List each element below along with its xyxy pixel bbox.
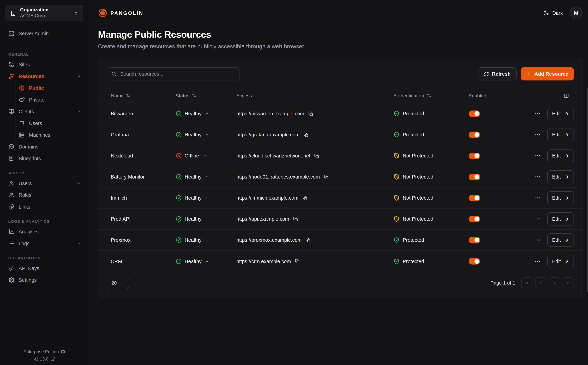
copy-url-button[interactable]: [324, 174, 329, 179]
edit-label: Edit: [552, 216, 561, 222]
enabled-toggle[interactable]: [469, 216, 480, 222]
row-menu-button[interactable]: [534, 258, 541, 264]
sidebar-item-blueprints[interactable]: Blueprints: [5, 153, 85, 164]
pagination-first-button[interactable]: [521, 277, 533, 288]
table-header: NameStatusAccessAuthenticationEnabled: [98, 88, 582, 103]
brand[interactable]: PANGOLIN: [98, 8, 143, 18]
sidebar-item-machines[interactable]: Machines: [16, 129, 85, 141]
row-menu-button[interactable]: [534, 237, 541, 243]
sidebar-item-public[interactable]: Public: [16, 82, 85, 94]
copy-url-button[interactable]: [306, 237, 311, 243]
row-menu-button[interactable]: [534, 174, 541, 180]
enabled-toggle[interactable]: [469, 110, 480, 117]
enabled-toggle[interactable]: [469, 174, 480, 180]
column-visibility-button[interactable]: [534, 93, 574, 98]
edit-button[interactable]: Edit: [547, 128, 574, 141]
shield-off-icon: [393, 195, 400, 201]
sidebar-item-logs[interactable]: Logs: [5, 238, 85, 249]
enabled-toggle[interactable]: [469, 237, 480, 243]
arrow-right-icon: [564, 174, 569, 179]
authentication-cell: Not Protected: [393, 153, 469, 159]
refresh-button[interactable]: Refresh: [478, 67, 516, 80]
copy-url-button[interactable]: [314, 153, 319, 158]
pagination-next-button[interactable]: [549, 277, 560, 288]
edit-button[interactable]: Edit: [547, 107, 574, 120]
org-selector[interactable]: Organization ACME Corp.: [6, 5, 83, 21]
resource-name: Immich: [111, 195, 176, 201]
row-menu-button[interactable]: [534, 153, 541, 159]
auth-label: Not Protected: [403, 216, 433, 222]
edit-button[interactable]: Edit: [547, 233, 574, 246]
enabled-toggle[interactable]: [469, 131, 480, 138]
page-indicator: Page 1 of 1: [491, 280, 515, 286]
sidebar-item-label: Public: [29, 85, 81, 91]
external-link-icon[interactable]: [51, 357, 55, 361]
sidebar-item-client-users[interactable]: Users: [16, 117, 85, 129]
sidebar-item-users[interactable]: Users: [5, 177, 85, 189]
main-scrollbar-thumb[interactable]: [587, 88, 588, 292]
github-icon[interactable]: [61, 350, 65, 354]
sidebar-section-label: GENERAL: [8, 52, 85, 56]
access-cell: https://bitwarden.example.com: [236, 111, 393, 116]
status-dropdown[interactable]: Healthy: [176, 258, 236, 264]
status-dropdown[interactable]: Healthy: [176, 237, 236, 243]
status-dropdown[interactable]: Healthy: [176, 111, 236, 117]
page-size-select[interactable]: 20: [107, 277, 129, 289]
copy-url-button[interactable]: [308, 111, 313, 116]
enabled-toggle[interactable]: [469, 195, 480, 201]
pagination-last-button[interactable]: [563, 277, 574, 288]
status-dropdown[interactable]: Healthy: [176, 195, 236, 201]
sidebar-item-resources[interactable]: Resources: [5, 70, 85, 82]
resource-url: https://cloud.schwartznetwork.net: [236, 153, 310, 159]
status-dropdown[interactable]: Healthy: [176, 216, 236, 222]
arrow-right-icon: [564, 216, 569, 222]
row-menu-button[interactable]: [534, 216, 541, 222]
sidebar-item-links[interactable]: Links: [5, 201, 85, 213]
edit-button[interactable]: Edit: [547, 191, 574, 204]
sidebar-section-label: LOGS & ANALYTICS: [8, 219, 85, 224]
copy-url-button[interactable]: [303, 132, 308, 137]
edit-button[interactable]: Edit: [547, 255, 574, 268]
sidebar-item-settings[interactable]: Settings: [5, 274, 85, 286]
status-dropdown[interactable]: Healthy: [176, 132, 236, 138]
copy-url-button[interactable]: [295, 259, 300, 264]
column-header-status[interactable]: Status: [176, 93, 236, 98]
copy-url-button[interactable]: [302, 195, 307, 200]
auth-label: Protected: [403, 259, 424, 264]
arrow-right-icon: [564, 153, 569, 158]
sidebar-item-domains[interactable]: Domains: [5, 141, 85, 153]
sidebar-item-analytics[interactable]: Analytics: [5, 226, 85, 238]
edit-button[interactable]: Edit: [547, 149, 574, 162]
sidebar-item-api-keys[interactable]: API Keys: [5, 262, 85, 274]
sort-icon: [426, 93, 431, 98]
sidebar-item-sites[interactable]: Sites: [5, 59, 85, 70]
row-menu-button[interactable]: [534, 195, 541, 201]
sidebar-item-label: Users: [19, 181, 72, 186]
column-header-authentication[interactable]: Authentication: [393, 93, 469, 98]
pangolin-logo-icon: [98, 8, 107, 18]
row-menu-button[interactable]: [534, 132, 541, 138]
sidebar-item-private[interactable]: Private: [16, 94, 85, 106]
sidebar-item-roles[interactable]: Roles: [5, 189, 85, 201]
sidebar-item-clients[interactable]: Clients: [5, 106, 85, 117]
copy-url-button[interactable]: [293, 216, 298, 222]
enabled-toggle[interactable]: [469, 153, 480, 159]
pagination-prev-button[interactable]: [535, 277, 546, 288]
sidebar-item-server-admin[interactable]: Server Admin: [5, 28, 85, 39]
edit-button[interactable]: Edit: [547, 170, 574, 183]
status-dropdown[interactable]: Offline: [176, 153, 236, 159]
search-input[interactable]: [120, 71, 235, 77]
column-header-name[interactable]: Name: [111, 93, 176, 98]
add-resource-button[interactable]: Add Resource: [520, 67, 574, 80]
globe-lock-icon: [19, 97, 25, 103]
edit-button[interactable]: Edit: [547, 212, 574, 225]
enabled-toggle[interactable]: [469, 258, 480, 265]
status-dropdown[interactable]: Healthy: [176, 174, 236, 180]
globe-icon: [8, 144, 14, 150]
avatar[interactable]: M: [570, 7, 582, 19]
sidebar-section-label: ACCESS: [8, 171, 85, 175]
access-cell: https://proxmox.example.com: [236, 237, 393, 243]
row-menu-button[interactable]: [534, 111, 541, 117]
chevron-down-icon: [76, 241, 81, 246]
theme-toggle[interactable]: Dark: [543, 10, 563, 16]
